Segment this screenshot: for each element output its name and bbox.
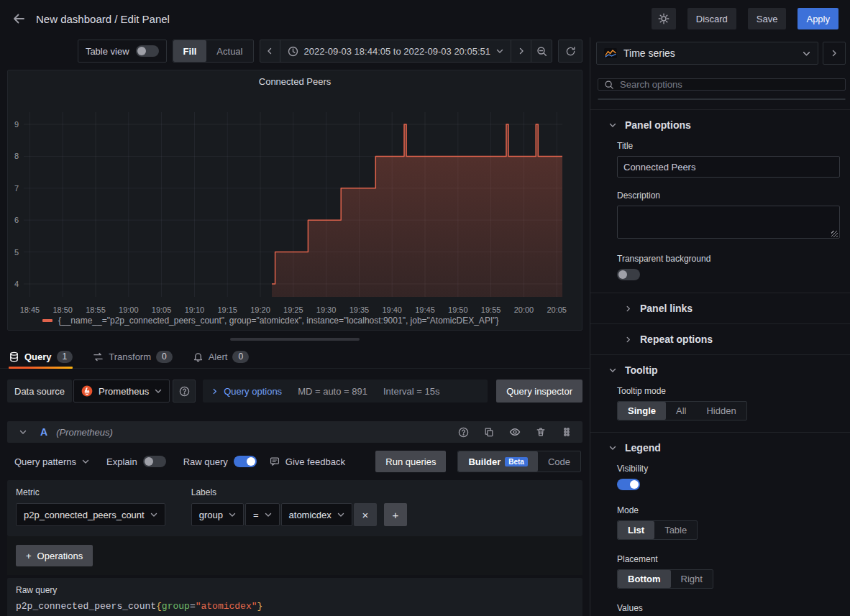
code-option[interactable]: Code xyxy=(538,451,580,472)
refresh-button[interactable] xyxy=(558,40,582,63)
svg-text:8: 8 xyxy=(14,152,19,160)
tab-alert-count: 0 xyxy=(232,351,249,363)
datasource-help-button[interactable] xyxy=(173,380,196,403)
query-options-toggle[interactable]: Query options xyxy=(211,386,282,397)
labels-label: Labels xyxy=(191,487,407,497)
apply-button[interactable]: Apply xyxy=(798,8,838,29)
run-queries-button[interactable]: Run queries xyxy=(375,451,446,472)
raw-query-toggle[interactable] xyxy=(234,456,257,467)
datasource-select[interactable]: Prometheus xyxy=(73,380,170,403)
actual-option[interactable]: Actual xyxy=(206,40,252,62)
tooltip-all-option[interactable]: All xyxy=(666,402,696,420)
panel-description-input[interactable] xyxy=(617,206,840,239)
datasource-name: Prometheus xyxy=(99,386,149,397)
comment-icon xyxy=(270,456,280,466)
chevron-left-icon xyxy=(266,47,273,55)
clock-icon xyxy=(288,46,298,57)
pane-resize-handle[interactable] xyxy=(230,338,360,341)
table-view-toggle[interactable] xyxy=(136,45,159,57)
svg-text:18:55: 18:55 xyxy=(86,305,106,314)
transparent-bg-label: Transparent background xyxy=(617,254,840,264)
label-key-select[interactable]: group xyxy=(191,503,244,526)
give-feedback-link[interactable]: Give feedback xyxy=(270,456,345,467)
query-options-bar: Query options MD = auto = 891 Interval =… xyxy=(203,380,488,403)
legend-mode-list[interactable]: List xyxy=(618,521,654,539)
metric-field: Metric p2p_connected_peers_count xyxy=(16,487,165,526)
chevron-right-icon xyxy=(625,336,631,343)
time-shift-back-button[interactable] xyxy=(260,40,280,62)
hide-query-eye-icon[interactable] xyxy=(506,426,524,438)
label-operator-select[interactable]: = xyxy=(245,503,280,526)
time-range-button[interactable]: 2022-09-03 18:44:05 to 2022-09-03 20:05:… xyxy=(280,40,512,62)
textarea-resize-handle[interactable] xyxy=(831,231,838,237)
legend-placement-group: Bottom Right xyxy=(617,569,713,589)
discard-button[interactable]: Discard xyxy=(687,8,736,29)
metric-labels-editor: Metric p2p_connected_peers_count Labels … xyxy=(7,480,582,536)
back-button[interactable] xyxy=(12,12,26,26)
panel-settings-button[interactable] xyxy=(652,8,676,29)
legend-header[interactable]: Legend xyxy=(590,433,850,462)
chevron-down-icon xyxy=(150,511,157,518)
legend-placement-right[interactable]: Right xyxy=(671,570,713,588)
bell-icon xyxy=(193,351,204,362)
legend-visibility-toggle[interactable] xyxy=(617,479,640,490)
builder-option[interactable]: Builder Beta xyxy=(458,451,537,472)
legend-mode-group: List Table xyxy=(617,520,698,540)
query-row-header[interactable]: A (Prometheus) xyxy=(7,421,582,443)
legend-placement-label: Placement xyxy=(617,554,840,564)
table-view-label: Table view xyxy=(86,46,129,57)
save-button[interactable]: Save xyxy=(748,8,787,29)
transparent-bg-toggle[interactable] xyxy=(617,269,640,280)
tab-transform[interactable]: Transform 0 xyxy=(93,347,172,367)
legend-series-swatch[interactable] xyxy=(42,319,52,322)
metric-select[interactable]: p2p_connected_peers_count xyxy=(16,503,165,526)
legend-placement-bottom[interactable]: Bottom xyxy=(618,570,671,588)
chevron-down-icon xyxy=(337,511,344,518)
legend-series-label[interactable]: {__name__="p2p_connected_peers_count", g… xyxy=(58,316,498,326)
svg-text:19:45: 19:45 xyxy=(415,305,435,314)
collapse-options-button[interactable] xyxy=(823,42,846,65)
title-field-label: Title xyxy=(617,141,840,151)
tab-transform-label: Transform xyxy=(109,351,151,362)
tooltip-hidden-option[interactable]: Hidden xyxy=(696,402,746,420)
time-series-chart[interactable]: 45678918:4518:5018:5519:0019:0519:1019:1… xyxy=(8,70,582,330)
label-value-select[interactable]: atomicdex xyxy=(281,503,352,526)
query-patterns-dropdown[interactable]: Query patterns xyxy=(14,456,89,467)
time-shift-forward-button[interactable] xyxy=(511,40,531,62)
options-search-input[interactable] xyxy=(620,79,839,90)
explain-toggle[interactable] xyxy=(143,456,166,467)
duplicate-query-icon[interactable] xyxy=(480,427,498,437)
page-title: New dashboard / Edit Panel xyxy=(36,13,170,25)
svg-text:7: 7 xyxy=(14,184,19,193)
panel-title-input[interactable] xyxy=(617,156,840,178)
tab-alert[interactable]: Alert 0 xyxy=(193,347,249,367)
repeat-options-section[interactable]: Repeat options xyxy=(590,323,850,354)
panel-links-section[interactable]: Panel links xyxy=(590,293,850,323)
tooltip-single-option[interactable]: Single xyxy=(618,402,666,420)
drag-grip-icon[interactable] xyxy=(558,427,575,437)
add-label-button[interactable]: + xyxy=(384,503,407,526)
panel-options-header[interactable]: Panel options xyxy=(590,110,850,139)
tab-query[interactable]: Query 1 xyxy=(9,347,73,367)
tab-transform-count: 0 xyxy=(156,351,173,363)
chevron-right-icon xyxy=(518,47,525,55)
svg-text:19:20: 19:20 xyxy=(250,305,270,314)
chevron-right-icon xyxy=(625,305,631,312)
delete-query-trash-icon[interactable] xyxy=(532,427,549,437)
svg-text:9: 9 xyxy=(14,120,19,129)
datasource-row: Data source Prometheus Query options MD … xyxy=(7,380,582,403)
tooltip-header[interactable]: Tooltip xyxy=(590,355,850,385)
legend-values-label: Values xyxy=(617,603,840,613)
remove-label-button[interactable]: × xyxy=(354,503,377,526)
query-help-icon[interactable] xyxy=(454,427,472,438)
add-operations-button[interactable]: + Operations xyxy=(16,545,93,566)
beta-badge: Beta xyxy=(505,457,528,466)
close-icon: × xyxy=(362,509,368,521)
tab-alert-label: Alert xyxy=(209,351,228,362)
fill-option[interactable]: Fill xyxy=(173,40,207,62)
zoom-out-time-button[interactable] xyxy=(531,40,552,62)
visualization-select[interactable]: Time series xyxy=(596,42,818,65)
legend-mode-table[interactable]: Table xyxy=(654,521,697,539)
svg-text:19:00: 19:00 xyxy=(119,305,139,314)
query-inspector-button[interactable]: Query inspector xyxy=(496,380,582,403)
